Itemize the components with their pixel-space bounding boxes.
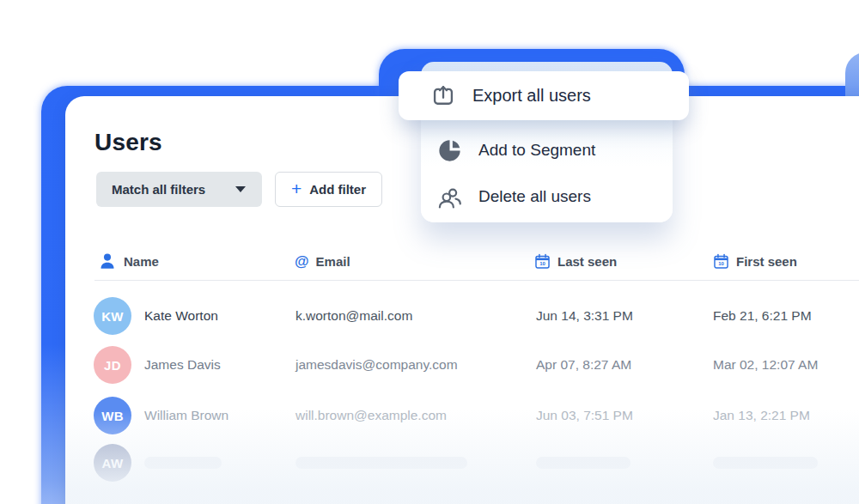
avatar: KW	[94, 297, 131, 335]
cell-email: k.worton@mail.com	[295, 291, 412, 341]
column-label: Email	[316, 254, 350, 269]
column-header-first-seen[interactable]: 10 First seen	[713, 251, 797, 271]
table-header-row: Name @ Email 10 Last seen	[65, 251, 859, 271]
menu-item-add-to-segment[interactable]: Add to Segment	[421, 131, 673, 169]
avatar: WB	[94, 397, 131, 434]
menu-item-label: Delete all users	[478, 187, 591, 206]
svg-text:10: 10	[539, 261, 545, 266]
cell-email: will.brown@example.com	[295, 391, 447, 440]
export-icon	[431, 84, 455, 108]
match-filters-label: Match all filters	[112, 182, 205, 197]
column-header-last-seen[interactable]: 10 Last seen	[534, 251, 617, 271]
placeholder-bar	[144, 457, 222, 469]
avatar: AW	[94, 444, 131, 482]
cell-last-seen: Jun 14, 3:31 PM	[536, 291, 633, 341]
cell-first-seen: Jan 13, 2:21 PM	[713, 391, 810, 440]
cell-name: James Davis	[144, 340, 221, 390]
at-icon: @	[295, 254, 309, 269]
avatar: JD	[94, 346, 131, 384]
chevron-down-icon	[235, 185, 247, 193]
pie-chart-icon	[436, 137, 463, 164]
calendar-icon: 10	[534, 253, 551, 270]
add-filter-button[interactable]: + Add filter	[275, 172, 382, 207]
add-filter-label: Add filter	[309, 182, 366, 197]
cell-name: Kate Worton	[144, 291, 218, 341]
cell-first-seen: Feb 21, 6:21 PM	[713, 291, 812, 341]
two-users-icon	[436, 184, 463, 210]
table-row[interactable]: WB William Brown will.brown@example.com …	[65, 391, 859, 440]
header-divider	[94, 280, 859, 281]
cell-first-seen: Mar 02, 12:07 AM	[713, 340, 818, 390]
column-header-name[interactable]: Name	[98, 251, 159, 271]
plus-icon: +	[291, 179, 302, 197]
column-label: Name	[124, 254, 159, 269]
table-row[interactable]: KW Kate Worton k.worton@mail.com Jun 14,…	[65, 291, 859, 341]
cell-email: jamesdavis@company.com	[295, 340, 458, 390]
cell-last-seen: Apr 07, 8:27 AM	[536, 340, 631, 390]
cell-name: William Brown	[144, 391, 228, 440]
table-row[interactable]: AW	[65, 438, 859, 488]
column-label: First seen	[736, 254, 797, 269]
column-label: Last seen	[557, 254, 617, 269]
placeholder-bar	[295, 457, 467, 469]
menu-item-export-all-users[interactable]: Export all users	[399, 71, 689, 120]
person-icon	[98, 252, 117, 270]
column-header-email[interactable]: @ Email	[295, 251, 350, 271]
illustration-stage: Users Match all filters + Add filter Nam…	[0, 0, 859, 504]
menu-item-label: Add to Segment	[478, 141, 595, 160]
menu-item-delete-all-users[interactable]: Delete all users	[421, 178, 673, 216]
cell-last-seen: Jun 03, 7:51 PM	[536, 391, 633, 440]
placeholder-bar	[713, 457, 818, 469]
match-filters-dropdown[interactable]: Match all filters	[96, 172, 262, 207]
placeholder-bar	[536, 457, 631, 469]
calendar-icon: 10	[713, 253, 729, 270]
page-title: Users	[94, 129, 162, 156]
menu-item-label: Export all users	[472, 86, 591, 106]
table-row[interactable]: JD James Davis jamesdavis@company.com Ap…	[65, 340, 859, 390]
svg-text:10: 10	[718, 261, 724, 266]
